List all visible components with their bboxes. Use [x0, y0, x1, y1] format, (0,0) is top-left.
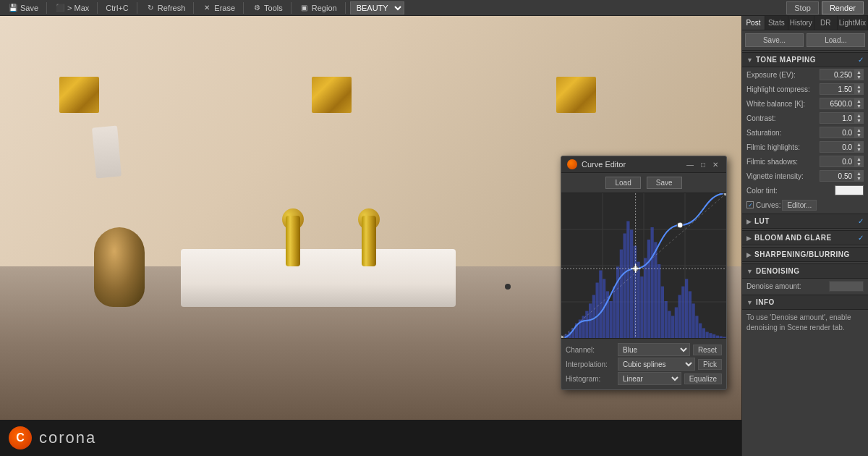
vignette-input[interactable]	[820, 170, 854, 182]
highlight-spinner[interactable]: ▲ ▼	[820, 83, 864, 95]
lut-header[interactable]: ▶ LUT ✓	[742, 214, 868, 229]
curve-load-button[interactable]: Load	[605, 177, 640, 189]
white-balance-down[interactable]: ▼	[855, 104, 863, 109]
tools-button[interactable]: ⚙ Tools	[248, 2, 286, 14]
erase-button[interactable]: ✕ Erase	[198, 2, 239, 14]
dialog-icon	[567, 159, 577, 169]
curve-canvas[interactable]	[561, 193, 726, 338]
contrast-down[interactable]: ▼	[855, 118, 863, 123]
dialog-minimize[interactable]: —	[684, 161, 696, 169]
region-button[interactable]: ▣ Region	[296, 2, 341, 14]
dialog-close[interactable]: ✕	[710, 161, 720, 169]
denoise-amount-input[interactable]	[829, 281, 864, 292]
white-balance-input[interactable]	[820, 98, 854, 109]
stop-button[interactable]: Stop	[786, 1, 819, 14]
histogram-select[interactable]: Linear	[618, 372, 681, 385]
filmic-shadows-input[interactable]	[820, 156, 854, 167]
filmic-highlights-label: Filmic highlights:	[746, 143, 820, 151]
vignette-spinner[interactable]: ▲ ▼	[820, 170, 864, 182]
histogram-row: Histogram: Linear Equalize	[566, 372, 722, 385]
pass-select[interactable]: BEAUTY	[350, 1, 404, 14]
vignette-spin-btns[interactable]: ▲ ▼	[854, 170, 864, 182]
curves-checkbox[interactable]: ✓	[746, 201, 754, 208]
saturation-down[interactable]: ▼	[855, 132, 863, 138]
highlight-row: Highlight compress: ▲ ▼	[742, 82, 868, 96]
contrast-up[interactable]: ▲	[855, 113, 863, 118]
sharpening-header[interactable]: ▶ SHARPENING/BLURRING	[742, 247, 868, 262]
white-balance-spin-btns[interactable]: ▲ ▼	[854, 98, 864, 109]
tab-post[interactable]: Post	[742, 16, 765, 30]
denoising-label: DENOISING	[756, 267, 864, 275]
tab-stats[interactable]: Stats	[765, 16, 788, 30]
exposure-up[interactable]: ▲	[855, 69, 863, 75]
highlight-up[interactable]: ▲	[855, 84, 863, 89]
info-header[interactable]: ▼ INFO	[742, 295, 868, 310]
vase	[87, 213, 152, 307]
tone-mapping-arrow: ▼	[746, 56, 753, 64]
tab-history[interactable]: History	[788, 16, 814, 30]
contrast-spin-btns[interactable]: ▲ ▼	[854, 112, 864, 124]
channel-select[interactable]: Blue	[618, 343, 690, 356]
vignette-up[interactable]: ▲	[855, 171, 863, 176]
exposure-down[interactable]: ▼	[855, 75, 863, 80]
saturation-spin-btns[interactable]: ▲ ▼	[854, 127, 864, 138]
refresh-button[interactable]: ↻ Refresh	[142, 2, 190, 14]
filmic-highlights-spin-btns[interactable]: ▲ ▼	[854, 141, 864, 153]
highlight-down[interactable]: ▼	[855, 89, 863, 94]
separator	[291, 2, 292, 14]
vignette-down[interactable]: ▼	[855, 176, 863, 181]
highlight-spin-btns[interactable]: ▲ ▼	[854, 83, 864, 95]
interpolation-row: Interpolation: Cubic splines Pick	[566, 358, 722, 371]
curve-editor-dialog: Curve Editor — □ ✕ Load Save Channel: Bl…	[561, 156, 727, 390]
contrast-input[interactable]	[820, 112, 854, 124]
equalize-button[interactable]: Equalize	[684, 373, 722, 384]
exposure-spinner[interactable]: ▲ ▼	[820, 69, 864, 80]
sink	[181, 249, 456, 307]
exposure-row: Exposure (EV): ▲ ▼	[742, 67, 868, 82]
filmic-shadows-label: Filmic shadows:	[746, 158, 820, 166]
denoising-header[interactable]: ▼ DENOISING	[742, 263, 868, 279]
filmic-shadows-row: Filmic shadows: ▲ ▼	[742, 154, 868, 169]
tab-dr[interactable]: DR	[814, 16, 838, 30]
render-button[interactable]: Render	[822, 1, 864, 14]
interpolation-select[interactable]: Cubic splines	[618, 358, 695, 371]
panel-load-button[interactable]: Load...	[807, 33, 865, 47]
filmic-highlights-down[interactable]: ▼	[855, 147, 863, 152]
reset-button[interactable]: Reset	[693, 345, 722, 355]
pick-button[interactable]: Pick	[698, 359, 722, 370]
save-button[interactable]: 💾 Save	[4, 2, 42, 14]
curves-editor-button[interactable]: Editor...	[782, 200, 817, 211]
contrast-spinner[interactable]: ▲ ▼	[820, 112, 864, 124]
highlight-input[interactable]	[820, 83, 854, 95]
filmic-shadows-up[interactable]: ▲	[855, 156, 863, 161]
tab-lightmix[interactable]: LightMix	[838, 16, 868, 30]
filmic-highlights-up[interactable]: ▲	[855, 142, 863, 147]
bloom-glare-arrow: ▶	[746, 235, 752, 242]
exposure-spin-btns[interactable]: ▲ ▼	[854, 69, 864, 80]
tone-mapping-header[interactable]: ▼ TONE MAPPING ✓	[742, 52, 868, 67]
white-balance-row: White balance [K]: ▲ ▼	[742, 96, 868, 111]
denoise-amount-label: Denoise amount:	[746, 282, 829, 290]
bloom-glare-header[interactable]: ▶ BLOOM AND GLARE ✓	[742, 230, 868, 245]
filmic-shadows-spinner[interactable]: ▲ ▼	[820, 156, 864, 167]
filmic-highlights-spinner[interactable]: ▲ ▼	[820, 141, 864, 153]
saturation-up[interactable]: ▲	[855, 127, 863, 132]
denoise-amount-row: Denoise amount:	[742, 279, 868, 293]
white-balance-up[interactable]: ▲	[855, 98, 863, 104]
dialog-window-buttons: — □ ✕	[684, 161, 720, 169]
dialog-restore[interactable]: □	[699, 161, 707, 169]
saturation-spinner[interactable]: ▲ ▼	[820, 127, 864, 138]
curve-save-button[interactable]: Save	[647, 177, 682, 189]
panel-save-button[interactable]: Save...	[745, 33, 804, 47]
filmic-shadows-down[interactable]: ▼	[855, 161, 863, 166]
saturation-input[interactable]	[820, 127, 854, 138]
max-button[interactable]: ⬛ > Max	[51, 2, 93, 14]
erase-icon: ✕	[202, 3, 212, 13]
color-tint-picker[interactable]	[835, 185, 864, 195]
exposure-input[interactable]	[820, 69, 854, 80]
lut-arrow: ▶	[746, 218, 752, 225]
filmic-highlights-input[interactable]	[820, 141, 854, 153]
refresh-icon: ↻	[145, 3, 156, 13]
white-balance-spinner[interactable]: ▲ ▼	[820, 98, 864, 109]
filmic-shadows-spin-btns[interactable]: ▲ ▼	[854, 156, 864, 167]
